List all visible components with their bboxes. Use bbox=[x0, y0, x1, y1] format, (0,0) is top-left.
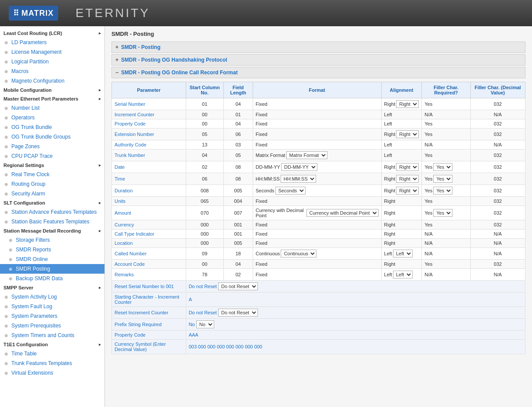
app-title: ETERNITY bbox=[76, 6, 150, 20]
sidebar-category-mobile[interactable]: Mobile Configuration ▸ bbox=[0, 86, 104, 94]
alignment-select[interactable]: Right bbox=[396, 130, 419, 138]
filler-select[interactable]: Yes bbox=[433, 175, 452, 183]
plus-icon: ⊕ bbox=[4, 144, 8, 149]
decimal-value: 032 bbox=[470, 161, 525, 173]
sidebar-item-og-trunk[interactable]: ⊕OG Trunk Bundle bbox=[0, 122, 104, 132]
decimal-value: N/A bbox=[470, 248, 525, 260]
bottom-select[interactable]: Do not Reset bbox=[218, 282, 258, 290]
sidebar-item-backup-smdr[interactable]: ⊕Backup SMDR Data bbox=[0, 274, 104, 283]
plus-icon: ⊕ bbox=[4, 135, 8, 139]
alignment-select[interactable]: Left bbox=[393, 271, 413, 278]
filler-select[interactable]: Yes bbox=[433, 163, 452, 171]
bottom-select[interactable]: No bbox=[196, 320, 214, 328]
format-select[interactable]: Continuous bbox=[281, 250, 316, 257]
table-row: Extension Number 05 06 Fixed Right Right… bbox=[112, 129, 525, 140]
sidebar-item-macros[interactable]: ⊕Macros bbox=[0, 66, 104, 76]
alignment-value: Left bbox=[384, 153, 392, 158]
sidebar-item-sys-prereq[interactable]: ⊕System Prerequisites bbox=[0, 321, 104, 330]
sidebar-category-regional[interactable]: Regional Settings ▸ bbox=[0, 161, 104, 170]
filler-select[interactable]: Yes bbox=[433, 209, 452, 217]
plus-icon: ⊕ bbox=[9, 257, 12, 262]
sidebar-item-security[interactable]: ⊕Security Alarm bbox=[0, 189, 104, 198]
field-length: 04 bbox=[223, 119, 253, 129]
minus-toggle-icon: − bbox=[115, 70, 118, 76]
sidebar-item-sys-timers[interactable]: ⊕System Timers and Counts bbox=[0, 330, 104, 340]
section-smdr-og-online[interactable]: − SMDR - Posting OG Online Call Record F… bbox=[111, 67, 525, 78]
filler-req-cell: N/A bbox=[422, 110, 470, 119]
sidebar-category-lcr[interactable]: Least Cost Routing (LCR) ▸ bbox=[0, 29, 104, 38]
alignment-cell: Left bbox=[381, 150, 422, 161]
col-header-length: Field Length bbox=[223, 82, 253, 98]
alignment-select[interactable]: Left bbox=[393, 250, 413, 257]
sidebar-category-smdr[interactable]: Station Message Detail Recording ▸ bbox=[0, 226, 104, 235]
sidebar-category-master[interactable]: Master Ethernet Port Parameters ▸ bbox=[0, 94, 104, 103]
sidebar-item-sys-params[interactable]: ⊕System Parameters bbox=[0, 311, 104, 321]
col-header-param: Parameter bbox=[112, 82, 186, 98]
section-smdr-og-handshaking[interactable]: + SMDR - Posting OG Handshaking Protocol bbox=[111, 54, 525, 66]
sidebar-item-operators[interactable]: ⊕Operators bbox=[0, 113, 104, 122]
sidebar-label: Trunk Features Templates bbox=[11, 360, 72, 366]
sidebar-item-numberlist[interactable]: ⊕Number List bbox=[0, 103, 104, 113]
alignment-select[interactable]: Right bbox=[396, 187, 419, 195]
param-name: Extension Number bbox=[112, 129, 186, 140]
section-smdr-posting[interactable]: + SMDR - Posting bbox=[111, 42, 525, 53]
sidebar-item-smdr-posting[interactable]: ⊕SMDR Posting bbox=[0, 264, 104, 274]
sidebar-item-license[interactable]: ⊕License Management bbox=[0, 47, 104, 57]
section-label-handshaking: SMDR - Posting OG Handshaking Protocol bbox=[121, 57, 227, 63]
arrow-icon: ▸ bbox=[99, 97, 101, 101]
filler-req-cell: Yes bbox=[422, 119, 470, 129]
col-header-start: Start Column No. bbox=[186, 82, 223, 98]
format-value: Fixed bbox=[256, 261, 268, 267]
sidebar-item-routing[interactable]: ⊕Routing Group bbox=[0, 179, 104, 189]
field-length: 001 bbox=[223, 230, 253, 239]
sidebar-item-logical[interactable]: ⊕Logical Partition bbox=[0, 57, 104, 66]
arrow-icon: ▸ bbox=[99, 88, 101, 92]
sidebar-item-station-basic[interactable]: ⊕Station Basic Features Templates bbox=[0, 217, 104, 226]
alignment-select[interactable]: Right bbox=[396, 100, 419, 108]
sidebar-item-ld-params[interactable]: ⊕LD Parameters bbox=[0, 38, 104, 47]
sidebar-item-page-zones[interactable]: ⊕Page Zones bbox=[0, 142, 104, 151]
filler-value: N/A bbox=[424, 112, 432, 117]
format-cell: DD-MM-YY DD-MM-YY bbox=[253, 161, 381, 173]
sidebar-category-t1e1[interactable]: T1E1 Configuration ▸ bbox=[0, 340, 104, 349]
sidebar-item-smdr-reports[interactable]: ⊕SMDR Reports bbox=[0, 245, 104, 254]
alignment-select[interactable]: Right bbox=[396, 175, 419, 183]
format-select[interactable]: DD-MM-YY bbox=[281, 163, 317, 171]
filler-req-cell: Yes bbox=[422, 197, 470, 206]
sidebar-item-virtual-ext[interactable]: ⊕Virtual Extensions bbox=[0, 368, 104, 378]
sidebar-label: Station Advance Features Templates bbox=[11, 209, 97, 215]
sidebar-label: CPU PCAP Trace bbox=[11, 153, 52, 159]
col-header-alignment: Alignment bbox=[381, 82, 422, 98]
sidebar-item-cpu-pcap[interactable]: ⊕CPU PCAP Trace bbox=[0, 151, 104, 161]
filler-value: N/A bbox=[424, 142, 432, 147]
field-length: 004 bbox=[223, 197, 253, 206]
sidebar-category-smpp[interactable]: SMPP Server ▸ bbox=[0, 283, 104, 292]
sidebar-item-activity-log[interactable]: ⊕System Activity Log bbox=[0, 292, 104, 302]
format-select[interactable]: Currency with Decimal Point bbox=[306, 209, 379, 217]
alignment-cell: Right bbox=[381, 239, 422, 248]
bottom-label: Starting Character - Increment Counter bbox=[112, 292, 186, 307]
sidebar-item-rtclock[interactable]: ⊕Real Time Clock bbox=[0, 170, 104, 179]
param-name: Remarks bbox=[112, 269, 186, 281]
param-name: Currency bbox=[112, 220, 186, 230]
bottom-select[interactable]: Do not Reset bbox=[218, 309, 258, 317]
sidebar-item-trunk-features[interactable]: ⊕Trunk Features Templates bbox=[0, 358, 104, 368]
sidebar-label: Number List bbox=[11, 105, 40, 111]
sidebar-category-slt[interactable]: SLT Configuration ▸ bbox=[0, 198, 104, 207]
sidebar-item-magneto[interactable]: ⊕Magneto Configuration bbox=[0, 76, 104, 86]
start-col: 78 bbox=[186, 269, 223, 281]
sidebar-item-fault-log[interactable]: ⊕System Fault Log bbox=[0, 302, 104, 311]
sidebar-item-og-trunk-groups[interactable]: ⊕OG Trunk Bundle Groups bbox=[0, 132, 104, 142]
sidebar-item-station-adv[interactable]: ⊕Station Advance Features Templates bbox=[0, 207, 104, 217]
sidebar-item-timetable[interactable]: ⊕Time Table bbox=[0, 349, 104, 358]
sidebar-label: Station Basic Features Templates bbox=[11, 219, 90, 225]
filler-select[interactable]: Yes bbox=[433, 187, 452, 195]
format-value: Fixed bbox=[256, 101, 268, 107]
alignment-cell: Right bbox=[381, 260, 422, 269]
alignment-select[interactable]: Right bbox=[396, 163, 419, 171]
format-select[interactable]: HH:MM:SS bbox=[281, 175, 316, 183]
sidebar-item-storage[interactable]: ⊕Storage Filters bbox=[0, 235, 104, 245]
format-select[interactable]: Seconds bbox=[275, 187, 306, 195]
format-select[interactable]: Matrix Format bbox=[286, 151, 327, 159]
sidebar-item-smdr-online[interactable]: ⊕SMDR Online bbox=[0, 254, 104, 264]
